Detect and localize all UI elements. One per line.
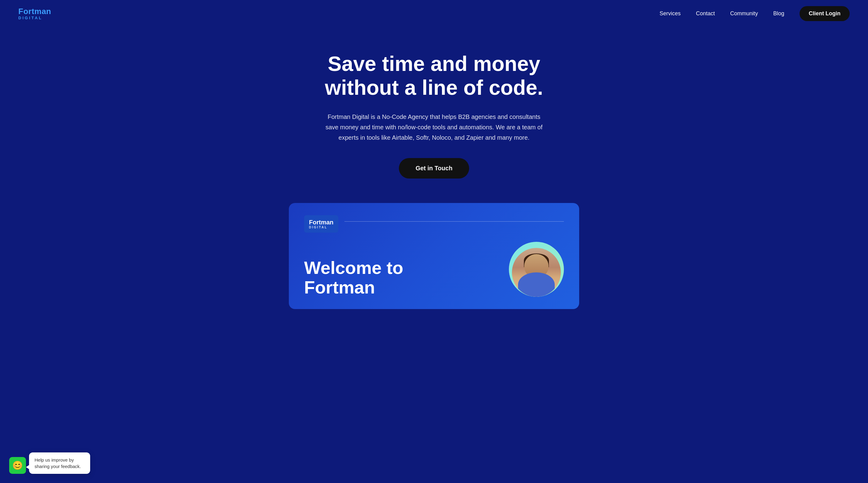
card-logo-fortman: Fortman (309, 219, 334, 225)
nav-community[interactable]: Community (730, 10, 758, 17)
nav-contact[interactable]: Contact (696, 10, 715, 17)
feedback-bubble: Help us improve by sharing your feedback… (29, 452, 90, 474)
card-text: Welcome to Fortman (304, 258, 497, 297)
client-login-button[interactable]: Client Login (800, 6, 850, 21)
card-title-line2: Fortman (304, 277, 375, 297)
card-divider-line (344, 221, 564, 222)
card-title-line1: Welcome to (304, 258, 403, 278)
feedback-message: Help us improve by sharing your feedback… (34, 457, 81, 469)
logo-fortman: Fortman (18, 7, 51, 16)
nav-blog[interactable]: Blog (773, 10, 784, 17)
card-content: Welcome to Fortman (304, 242, 564, 297)
get-in-touch-button[interactable]: Get in Touch (399, 158, 469, 179)
card-header: Fortman DIGITAL (304, 215, 564, 233)
card-welcome-title: Welcome to Fortman (304, 258, 497, 297)
avatar-person (512, 248, 561, 297)
navbar: Fortman DIGITAL Services Contact Communi… (0, 0, 868, 27)
hero-section: Save time and money without a line of co… (297, 27, 571, 197)
avatar-body (518, 272, 555, 297)
hero-subtitle: Fortman Digital is a No-Code Agency that… (324, 112, 544, 143)
nav-services[interactable]: Services (659, 10, 681, 17)
card-logo: Fortman DIGITAL (304, 215, 338, 233)
avatar (509, 242, 564, 297)
hero-title: Save time and money without a line of co… (309, 52, 559, 99)
card-section: Fortman DIGITAL Welcome to Fortman (0, 197, 868, 309)
logo-digital: DIGITAL (18, 16, 51, 20)
logo[interactable]: Fortman DIGITAL (18, 7, 51, 20)
card-logo-digital: DIGITAL (309, 225, 334, 229)
nav-links: Services Contact Community Blog Client L… (659, 6, 850, 21)
feedback-icon[interactable]: 😊 (9, 457, 26, 474)
feedback-widget: 😊 Help us improve by sharing your feedba… (9, 452, 90, 474)
welcome-card: Fortman DIGITAL Welcome to Fortman (289, 203, 579, 309)
